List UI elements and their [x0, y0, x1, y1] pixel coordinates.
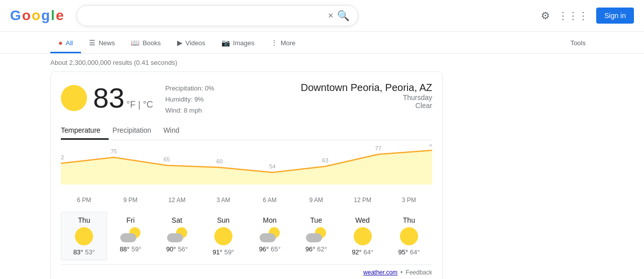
search-icon[interactable]: 🔍 — [337, 10, 350, 22]
weather-right: Downtown Peoria, Peoria, AZ Thursday Cle… — [301, 80, 432, 110]
time-label-6: 12 PM — [340, 197, 386, 204]
chart-tab-wind[interactable]: Wind — [164, 122, 188, 140]
search-input[interactable]: todays temperature — [85, 11, 324, 20]
tab-images[interactable]: 📷 Images — [213, 34, 263, 53]
tab-news[interactable]: ☰ News — [81, 34, 123, 53]
chart-tab-temperature[interactable]: Temperature — [61, 122, 109, 140]
forecast-tue-temps: 96° 62° — [305, 245, 327, 253]
forecast-thu-icon — [75, 227, 93, 245]
forecast-sat[interactable]: Sat 90° 56° — [154, 212, 200, 260]
forecast-sun-temps: 91° 59° — [212, 248, 234, 256]
forecast-wed-name: Wed — [355, 216, 370, 224]
chart-tab-precipitation[interactable]: Precipitation — [113, 122, 159, 140]
forecast-fri-name: Fri — [126, 216, 134, 224]
weather-sun-icon — [61, 85, 87, 111]
forecast-thu[interactable]: Thu 83° 53° — [61, 212, 107, 260]
forecast-thu2-name: Thu — [403, 216, 415, 224]
time-labels: 6 PM 9 PM 12 AM 3 AM 6 AM 9 AM 12 PM 3 P… — [61, 195, 432, 208]
feedback-link[interactable]: Feedback — [406, 269, 432, 276]
current-temperature: 83 — [93, 84, 124, 112]
weather-left: 83 °F | °C Precipitation: 0% Humidity: 9… — [61, 80, 214, 116]
forecast-mon-temps: 96° 65° — [259, 245, 281, 253]
day-forecast: Thu 83° 53° Fri 88° 59° Sat 90° 56° Sun … — [61, 212, 432, 260]
wind-label: Wind: 8 mph — [165, 105, 214, 116]
svg-marker-0 — [61, 150, 432, 184]
tab-tools-label: Tools — [571, 39, 586, 47]
weather-widget: 83 °F | °C Precipitation: 0% Humidity: 9… — [50, 71, 443, 279]
forecast-mon-name: Mon — [263, 216, 277, 224]
forecast-mon[interactable]: Mon 96° 65° — [247, 212, 293, 260]
logo-letter-e: e — [56, 8, 64, 24]
logo-letter-o2: o — [32, 8, 40, 24]
forecast-sun-name: Sun — [217, 216, 229, 224]
sign-in-button[interactable]: Sign in — [596, 8, 634, 24]
svg-text:77: 77 — [375, 146, 381, 151]
forecast-sat-name: Sat — [172, 216, 182, 224]
tab-all-label: All — [65, 39, 72, 47]
forecast-tue-name: Tue — [310, 216, 323, 224]
time-label-7: 3 PM — [386, 197, 432, 204]
forecast-wed-icon — [354, 227, 372, 245]
clear-search-button[interactable]: × — [328, 11, 334, 21]
weather-condition: Clear — [301, 102, 432, 110]
news-icon: ☰ — [89, 39, 96, 47]
forecast-sat-temps: 90° 56° — [166, 245, 188, 253]
google-logo: Google — [10, 8, 63, 24]
tab-videos[interactable]: ▶ Videos — [169, 34, 214, 53]
time-label-4: 6 AM — [247, 197, 293, 204]
widget-footer: weather.com • Feedback — [61, 264, 432, 276]
videos-icon: ▶ — [177, 39, 183, 47]
forecast-fri-icon — [120, 227, 140, 242]
forecast-thu2-temps: 95° 64° — [398, 248, 420, 256]
svg-text:63: 63 — [322, 158, 329, 163]
search-bar: todays temperature × 🔍 — [76, 5, 358, 26]
temperature-unit[interactable]: °F | °C — [126, 100, 153, 110]
header-right: ⚙ ⋮⋮⋮ Sign in — [541, 8, 634, 24]
temperature-chart: 82 75 65 60 54 63 77 84 — [61, 144, 432, 195]
chart-tabs: Temperature Precipitation Wind — [61, 122, 432, 140]
temperature-display: 83 °F | °C — [93, 84, 153, 112]
weather-day: Thursday — [301, 94, 432, 102]
logo-letter-g: G — [10, 8, 21, 24]
weather-location: Downtown Peoria, Peoria, AZ — [301, 82, 432, 94]
svg-text:84: 84 — [429, 144, 432, 147]
forecast-sat-icon — [167, 227, 187, 242]
forecast-mon-icon — [260, 227, 280, 242]
forecast-thu-name: Thu — [78, 216, 90, 224]
time-label-3: 3 AM — [200, 197, 247, 204]
nav-tabs: ● All ☰ News 📖 Books ▶ Videos 📷 Images ⋮… — [0, 32, 644, 54]
svg-text:82: 82 — [61, 155, 64, 160]
time-label-5: 9 AM — [293, 197, 339, 204]
apps-icon[interactable]: ⋮⋮⋮ — [558, 10, 588, 22]
tab-tools[interactable]: Tools — [562, 34, 594, 53]
footer-separator: • — [400, 269, 403, 276]
svg-text:65: 65 — [164, 157, 170, 162]
more-icon: ⋮ — [271, 39, 278, 47]
tab-more[interactable]: ⋮ More — [263, 34, 304, 53]
forecast-sun[interactable]: Sun 91° 59° — [200, 212, 247, 260]
tab-more-label: More — [281, 39, 296, 47]
tab-news-label: News — [99, 39, 115, 47]
tab-books[interactable]: 📖 Books — [123, 34, 169, 53]
precipitation-label: Precipitation: 0% — [165, 83, 214, 94]
logo-letter-o1: o — [22, 8, 31, 24]
time-label-0: 6 PM — [61, 197, 107, 204]
forecast-thu2[interactable]: Thu 95° 64° — [386, 212, 432, 260]
tab-books-label: Books — [142, 39, 160, 47]
logo-letter-l: l — [51, 8, 55, 24]
tab-videos-label: Videos — [186, 39, 206, 47]
forecast-tue[interactable]: Tue 96° 62° — [293, 212, 339, 260]
time-label-1: 9 PM — [107, 197, 153, 204]
humidity-label: Humidity: 9% — [165, 94, 214, 105]
tab-all[interactable]: ● All — [50, 34, 81, 53]
forecast-sun-icon — [214, 227, 232, 245]
weather-source-link[interactable]: weather.com — [363, 269, 397, 276]
forecast-fri[interactable]: Fri 88° 59° — [107, 212, 153, 260]
settings-icon[interactable]: ⚙ — [541, 10, 550, 22]
tab-images-label: Images — [233, 39, 255, 47]
forecast-wed[interactable]: Wed 92° 64° — [340, 212, 386, 260]
results-count: About 2,300,000,000 results (0.41 second… — [50, 59, 177, 66]
time-label-2: 12 AM — [154, 197, 200, 204]
svg-text:54: 54 — [269, 164, 276, 169]
forecast-thu2-icon — [400, 227, 418, 245]
